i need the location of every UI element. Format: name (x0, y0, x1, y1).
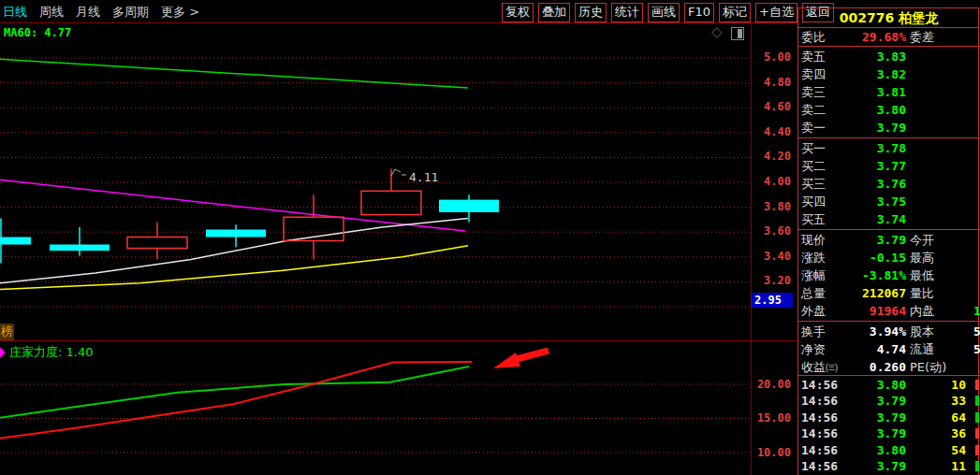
trade-volume: 36 (917, 426, 966, 440)
price-axis-label: 3.80 (753, 200, 791, 213)
stat-label: 涨幅 (801, 267, 826, 284)
fin-row-turnover: 换手 3.94% 股本 5 (797, 323, 980, 339)
stat-row-volume: 总量 212067 量比 (797, 284, 980, 302)
stat-row-change: 涨跌 -0.15 最高 (797, 249, 980, 266)
fin-label: 换手 (801, 324, 826, 340)
price-axis-label: 4.40 (753, 125, 791, 138)
trade-time: 14:56 (801, 378, 838, 392)
ma-line-magenta (0, 180, 465, 231)
stat-value: 3.79 (835, 233, 906, 247)
stat-label: 总量 (801, 285, 826, 302)
weibi-row: 委比 29.68% 委差 (797, 28, 980, 46)
fin-label: 收益㈢ (801, 359, 838, 376)
draw-line-button[interactable]: 画线 (648, 3, 680, 22)
price-axis-label: 4.80 (753, 76, 791, 89)
trade-row: 14:56 3.79 11 (797, 458, 980, 474)
price-axis-label: 3.20 (753, 274, 791, 287)
statistics-button[interactable]: 统计 (611, 3, 643, 22)
main-chart-svg[interactable]: 4.11 (0, 23, 751, 340)
menu-item-multiperiod[interactable]: 多周期 (112, 4, 149, 21)
fin-value: 4.74 (835, 342, 906, 356)
buy-level-row[interactable]: 买三 3.76 (797, 175, 980, 193)
stat-value: -3.81% (835, 268, 906, 282)
sell4-label: 卖四 (801, 66, 826, 83)
trade-direction-icon (975, 412, 979, 423)
fin-row-nav: 净资 4.74 流通 5 (797, 340, 980, 357)
sell3-label: 卖三 (801, 84, 826, 101)
sell3-price: 3.81 (835, 85, 906, 99)
trade-time: 14:56 (801, 459, 838, 473)
f10-button[interactable]: F10 (684, 3, 714, 22)
trade-row: 14:56 3.79 64 (797, 410, 980, 425)
trade-direction-icon (975, 428, 979, 439)
buy-level-row[interactable]: 买五 3.74 (797, 210, 980, 228)
stat-label: 涨跌 (801, 250, 826, 266)
fin-label2: 股本 (910, 324, 934, 340)
candle-down (206, 230, 266, 238)
add-watchlist-button[interactable]: +自选 (755, 3, 797, 22)
weibi-label: 委比 (801, 29, 826, 46)
sell2-price: 3.80 (835, 103, 906, 117)
stat-row-change-pct: 涨幅 -3.81% 最低 (797, 266, 980, 284)
trade-volume: 54 (917, 443, 966, 457)
indicator-svg[interactable] (0, 340, 751, 475)
stat-label: 外盘 (801, 303, 826, 320)
trade-price: 3.79 (876, 410, 906, 425)
sell-level-row[interactable]: 卖五 3.83 (797, 48, 980, 65)
trade-volume: 11 (917, 459, 966, 473)
adjust-price-button[interactable]: 复权 (502, 3, 534, 22)
sell-level-row[interactable]: 卖三 3.81 (797, 83, 980, 101)
annotation-hook-icon (391, 169, 401, 176)
indicator-line-red (0, 362, 472, 439)
tab-ranking[interactable]: 榜 (0, 324, 14, 340)
fin-value: 0.260 (835, 360, 906, 374)
price-axis-label: 3.40 (753, 250, 791, 263)
sell-level-row[interactable]: 卖二 3.80 (797, 101, 980, 119)
candle-down (439, 200, 499, 212)
candle-up (127, 238, 187, 249)
candle-down (50, 245, 110, 252)
panel-separator (797, 46, 980, 47)
buy1-label: 买一 (801, 140, 826, 157)
panel-separator (797, 321, 980, 322)
trade-time: 14:56 (801, 410, 838, 425)
ma-line-white (0, 219, 468, 283)
sell-level-row[interactable]: 卖一 3.79 (797, 119, 980, 137)
axis-vertical-border (751, 23, 752, 475)
menu-item-weekly[interactable]: 周线 (39, 4, 64, 21)
stat-row-outer-inner: 外盘 91964 内盘 1 (797, 302, 980, 320)
menu-item-more[interactable]: 更多 > (161, 4, 199, 21)
trade-volume: 10 (917, 378, 966, 392)
buy-level-row[interactable]: 买四 3.75 (797, 193, 980, 210)
overlay-button[interactable]: 叠加 (538, 3, 570, 22)
sell-level-row[interactable]: 卖四 3.82 (797, 65, 980, 83)
buy2-label: 买二 (801, 158, 826, 175)
stat-value: 91964 (835, 304, 906, 318)
stat-value: -0.15 (835, 251, 906, 265)
trade-time: 14:56 (801, 426, 838, 440)
fin-row-eps: 收益㈢ 0.260 PE(动) (797, 358, 980, 375)
sell4-price: 3.82 (835, 67, 906, 81)
fin-value2: 5 (973, 324, 980, 338)
sell1-label: 卖一 (801, 120, 826, 137)
trade-direction-icon (975, 380, 979, 390)
mark-button[interactable]: 标记 (719, 3, 751, 22)
stat-label2: 最低 (910, 267, 934, 284)
trade-price: 3.79 (876, 426, 906, 440)
stat-row-price: 现价 3.79 今开 (797, 231, 980, 249)
trading-terminal-window: 日线 周线 月线 多周期 更多 > 复权 叠加 历史 统计 画线 F10 标记 … (0, 0, 980, 475)
menu-item-daily[interactable]: 日线 (3, 4, 27, 21)
buy5-label: 买五 (801, 211, 826, 228)
indicator-line-green (0, 367, 469, 418)
period-menu: 日线 周线 月线 多周期 更多 > (3, 3, 199, 22)
weibi-value: 29.68% (835, 30, 906, 44)
menu-item-monthly[interactable]: 月线 (76, 4, 100, 21)
history-button[interactable]: 历史 (575, 3, 607, 22)
fin-value: 3.94% (835, 324, 906, 338)
buy-level-row[interactable]: 买一 3.78 (797, 139, 980, 157)
trade-volume: 64 (917, 410, 966, 425)
price-axis-label: 3.60 (753, 224, 791, 238)
trade-direction-icon (975, 445, 979, 455)
buy-level-row[interactable]: 买二 3.77 (797, 157, 980, 175)
stat-label2: 今开 (910, 232, 934, 249)
